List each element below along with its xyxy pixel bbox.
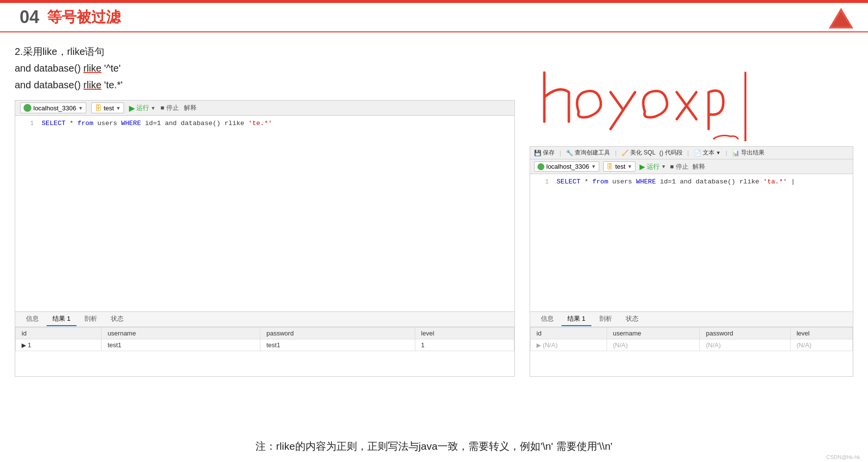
save-label: 保存 [543,149,555,157]
desc-line-3: and database() rlike 'te.*' [15,77,515,93]
left-db-connection-select[interactable]: localhost_3306 ▼ [20,103,86,113]
sql-code-1: SELECT * from users WHERE id=1 and datab… [42,120,272,127]
right-run-dropdown-icon: ▼ [661,164,666,169]
left-db-schema: test [103,104,114,112]
right-col-level: level [791,328,853,339]
right-cell-password: (N/A) [700,339,791,351]
left-result-tabs: 信息 结果 1 剖析 状态 [15,311,514,327]
right-connection-icon [537,163,544,170]
right-result-table: id username password level ▶ (N/A) (N/A)… [530,327,853,351]
left-db-host: localhost_3306 [33,104,76,112]
play-icon: ▶ [129,103,135,113]
left-result-table-wrap: id username password level ▶ 1 test1 tes… [15,327,514,376]
query-build-label: 查询创建工具 [575,149,610,157]
save-button[interactable]: 💾 保存 [534,149,555,157]
right-explain-label: 解释 [692,163,705,170]
paren-icon: () [660,150,664,156]
broom-icon: 🧹 [621,150,629,156]
rlike-keyword-2: rlike [83,79,102,90]
left-sql-toolbar: localhost_3306 ▼ 🗄 test ▼ ▶ 运行 ▼ ■ 停止 [15,101,514,116]
slide-title: 等号被过滤 [47,7,121,27]
run-dropdown-icon: ▼ [151,105,155,111]
text-button[interactable]: 📄 文本 ▼ [694,149,721,157]
sep-2: | [615,150,616,156]
right-schema-dropdown-icon: ▼ [627,164,632,169]
slide-number: 04 [20,7,39,27]
left-tab-profile[interactable]: 剖析 [78,312,103,326]
handwriting-area [530,43,853,146]
left-db-schema-select[interactable]: 🗄 test ▼ [91,103,124,113]
export-button[interactable]: 📊 导出结果 [732,149,765,157]
right-stop-icon: ■ [670,163,674,170]
left-col-username: username [102,328,260,339]
right-panel: 💾 保存 | 🔧 查询创建工具 | 🧹 美化 SQL () 代码段 | [530,43,853,377]
table-row: ▶ 1 test1 test1 1 [16,339,514,351]
right-cell-id: ▶ (N/A) [531,339,607,351]
text-dropdown-icon: ▼ [716,150,721,155]
text-label: 文本 [703,149,715,157]
header: 04 等号被过滤 [0,3,868,32]
left-col-id: id [16,328,102,339]
doc-icon: 📄 [694,150,701,156]
right-sql-code-1: SELECT * from users WHERE id=1 and datab… [557,178,795,185]
left-tab-result[interactable]: 结果 1 [47,312,77,326]
right-run-label: 运行 [647,162,660,171]
left-explain-button[interactable]: 解释 [184,103,197,112]
right-sql-body[interactable]: 1 SELECT * from users WHERE id=1 and dat… [530,174,853,311]
left-result-table: id username password level ▶ 1 test1 tes… [15,327,514,351]
right-stop-label: 停止 [676,163,689,170]
left-run-button[interactable]: ▶ 运行 ▼ [129,103,155,113]
right-explain-button[interactable]: 解释 [692,162,705,171]
code-seg-button[interactable]: () 代码段 [660,149,683,157]
query-icon: 🔧 [566,150,573,156]
desc-line-1: 2.采用like，rlike语句 [15,43,515,60]
csdn-logo [829,8,853,28]
rlike-keyword-1: rlike [83,63,102,74]
right-cell-username: (N/A) [607,339,700,351]
left-tab-status[interactable]: 状态 [105,312,129,326]
dropdown-arrow-icon: ▼ [78,105,83,111]
sep-1: | [560,150,561,156]
right-tab-info[interactable]: 信息 [535,312,560,326]
left-stop-button[interactable]: ■ 停止 [160,103,179,112]
left-panel: 2.采用like，rlike语句 and database() rlike '^… [15,43,515,377]
right-col-username: username [607,328,700,339]
stop-icon: ■ [160,104,164,111]
right-tab-result[interactable]: 结果 1 [562,312,591,326]
right-db-schema-select[interactable]: 🗄 test ▼ [603,161,636,172]
right-result-table-wrap: id username password level ▶ (N/A) (N/A)… [530,327,853,376]
right-host-dropdown-icon: ▼ [591,164,596,169]
csdn-watermark: CSDN@hk-hk [826,454,860,460]
save-icon: 💾 [534,150,541,156]
right-cell-level: (N/A) [791,339,853,351]
export-label: 导出结果 [741,149,765,157]
query-build-button[interactable]: 🔧 查询创建工具 [566,149,610,157]
right-tab-profile[interactable]: 剖析 [593,312,618,326]
table-row: ▶ (N/A) (N/A) (N/A) (N/A) [531,339,853,351]
export-icon: 📊 [732,150,740,156]
right-tab-status[interactable]: 状态 [620,312,644,326]
right-sql-editor: 💾 保存 | 🔧 查询创建工具 | 🧹 美化 SQL () 代码段 | [530,146,853,377]
right-db-icon: 🗄 [607,163,613,170]
left-cell-password: test1 [260,339,415,351]
right-col-password: password [700,328,791,339]
dropdown-arrow-schema-icon: ▼ [116,105,121,111]
right-run-button[interactable]: ▶ 运行 ▼ [639,162,666,171]
right-result-tabs: 信息 结果 1 剖析 状态 [530,311,853,327]
left-tab-info[interactable]: 信息 [20,312,45,326]
beautify-button[interactable]: 🧹 美化 SQL [621,149,655,157]
db-icon: 🗄 [95,104,102,112]
left-sql-body[interactable]: 1 SELECT * from users WHERE id=1 and dat… [15,116,514,311]
connection-status-icon [24,104,31,112]
left-sql-editor: localhost_3306 ▼ 🗄 test ▼ ▶ 运行 ▼ ■ 停止 [15,100,515,377]
right-toolbar-top: 💾 保存 | 🔧 查询创建工具 | 🧹 美化 SQL () 代码段 | [530,147,853,159]
left-cell-id: ▶ 1 [16,339,102,351]
right-db-connection-select[interactable]: localhost_3306 ▼ [534,161,599,172]
code-seg-label: 代码段 [665,149,683,157]
right-col-id: id [531,328,607,339]
left-cell-username: test1 [102,339,260,351]
right-line-number-1: 1 [534,178,549,185]
beautify-label: 美化 SQL [630,149,655,157]
right-stop-button[interactable]: ■ 停止 [670,162,688,171]
description-text: 2.采用like，rlike语句 and database() rlike '^… [15,43,515,93]
